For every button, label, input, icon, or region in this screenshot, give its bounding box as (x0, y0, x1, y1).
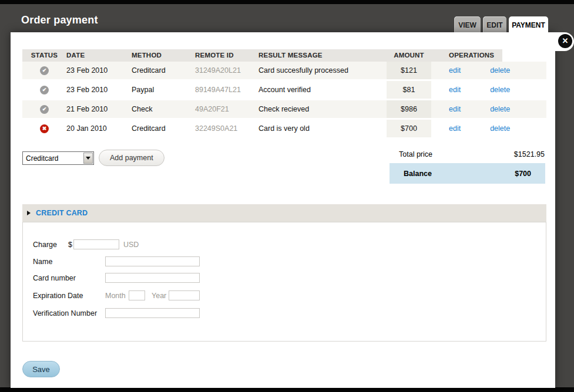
order-payment-screen: { "title_bar": { "title": "Order payment… (0, 0, 574, 392)
status-icon: ✖ (40, 124, 49, 133)
page-title: Order payment (21, 14, 98, 26)
delete-link[interactable]: delete (490, 66, 510, 75)
edit-link[interactable]: edit (449, 86, 461, 94)
expiration-date-label: Expiration Date (33, 292, 83, 300)
currency-code: USD (123, 241, 139, 249)
amount-cell: $986 (387, 100, 431, 118)
remote-id-cell: 31249A20L21 (195, 62, 259, 79)
edit-link[interactable]: edit (449, 105, 461, 113)
month-label: Month (105, 292, 126, 300)
payment-method-select[interactable]: Creditcard (22, 151, 94, 165)
card-number-label: Card number (33, 274, 76, 282)
close-icon[interactable]: ✕ (558, 34, 572, 48)
date-cell: 23 Feb 2010 (66, 81, 132, 99)
table-row: ✖ 20 Jan 2010 Creditcard 32249S0A21 Card… (22, 120, 546, 139)
balance-row: Balance $700 (390, 163, 545, 184)
amount-cell: $700 (387, 120, 431, 137)
col-header-date: DATE (66, 49, 132, 62)
balance-value: $700 (515, 170, 531, 178)
remote-id-cell: 89149A47L21 (195, 81, 259, 99)
totals-block: Total price $1521.95 Balance $700 (390, 146, 545, 184)
verification-input[interactable] (105, 308, 200, 318)
edit-link[interactable]: edit (449, 66, 461, 75)
remote-id-cell: 49A20F21 (195, 100, 259, 118)
add-payment-button[interactable]: Add payment (99, 150, 165, 166)
total-price-label: Total price (399, 150, 432, 158)
payments-table-body: ✔ 23 Feb 2010 Creditcard 31249A20L21 Car… (22, 62, 546, 139)
result-message-cell: Check recieved (259, 100, 387, 118)
delete-link[interactable]: delete (490, 86, 510, 94)
credit-card-form: Charge $ USD Name Card number Expiration… (22, 222, 546, 342)
save-button[interactable]: Save (22, 361, 60, 377)
year-label: Year (152, 292, 166, 300)
payment-method-selected-value: Creditcard (23, 154, 83, 163)
amount-cell: $81 (387, 81, 431, 99)
month-input[interactable] (129, 290, 145, 300)
table-row: ✔ 23 Feb 2010 Creditcard 31249A20L21 Car… (22, 62, 546, 81)
status-icon: ✔ (40, 105, 49, 114)
method-cell: Paypal (132, 81, 195, 99)
charge-label: Charge (33, 241, 57, 249)
balance-label: Balance (404, 170, 432, 178)
result-message-cell: Card succesfully processed (259, 62, 387, 79)
edit-link[interactable]: edit (449, 124, 461, 133)
status-icon: ✔ (40, 66, 49, 75)
date-cell: 23 Feb 2010 (66, 62, 132, 79)
table-row: ✔ 21 Feb 2010 Check 49A20F21 Check recie… (22, 100, 546, 120)
table-row: ✔ 23 Feb 2010 Paypal 89149A47L21 Account… (22, 81, 546, 100)
col-header-result-message: RESULT MESSAGE (259, 49, 387, 62)
top-black-strip (0, 0, 574, 4)
col-header-status: STATUS (22, 49, 66, 62)
remote-id-cell: 32249S0A21 (195, 120, 259, 137)
verification-number-label: Verification Number (33, 309, 97, 317)
method-cell: Creditcard (132, 120, 195, 137)
name-label: Name (33, 258, 52, 266)
amount-cell: $121 (387, 62, 431, 79)
credit-card-section-header[interactable]: CREDIT CARD (22, 204, 546, 222)
chevron-down-icon (86, 157, 90, 160)
col-header-spacer (502, 49, 546, 62)
method-cell: Creditcard (132, 62, 195, 79)
select-dropdown-button[interactable] (83, 153, 93, 164)
date-cell: 20 Jan 2010 (66, 120, 132, 137)
name-input[interactable] (105, 256, 200, 266)
payments-table-header: STATUS DATE METHOD REMOTE ID RESULT MESS… (22, 49, 546, 62)
payments-table: STATUS DATE METHOD REMOTE ID RESULT MESS… (22, 49, 546, 139)
result-message-cell: Card is very old (259, 120, 387, 137)
close-button-bump: ✕ (546, 32, 574, 51)
bottom-black-strip (0, 387, 574, 392)
tab-view[interactable]: VIEW (454, 16, 481, 33)
method-cell: Check (132, 100, 195, 118)
status-icon: ✔ (40, 86, 49, 94)
expand-triangle-icon (27, 211, 31, 215)
payment-dialog-panel: STATUS DATE METHOD REMOTE ID RESULT MESS… (11, 32, 555, 388)
total-price-value: $1521.95 (514, 150, 545, 158)
delete-link[interactable]: delete (490, 124, 510, 133)
total-price-row: Total price $1521.95 (390, 146, 545, 163)
charge-input[interactable] (73, 239, 119, 249)
result-message-cell: Account verified (259, 81, 387, 99)
col-header-method: METHOD (132, 49, 195, 62)
col-header-amount: AMOUNT (387, 49, 431, 62)
currency-symbol: $ (68, 241, 72, 249)
col-header-remote-id: REMOTE ID (195, 49, 259, 62)
col-header-operations: OPERATIONS (431, 49, 502, 62)
tab-edit[interactable]: EDIT (483, 16, 506, 33)
year-input[interactable] (169, 290, 200, 300)
delete-link[interactable]: delete (490, 105, 510, 113)
tab-payment[interactable]: PAYMENT (509, 16, 548, 33)
card-number-input[interactable] (105, 273, 200, 283)
credit-card-section-title: CREDIT CARD (36, 209, 88, 217)
date-cell: 21 Feb 2010 (66, 100, 132, 118)
